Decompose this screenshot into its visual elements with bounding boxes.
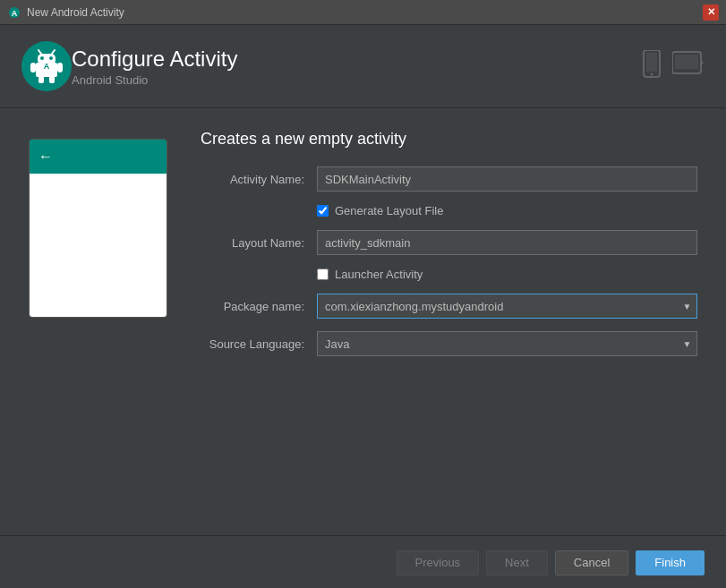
title-bar: A New Android Activity ✕ [0, 0, 726, 25]
source-language-row: Source Language: ▼ [201, 331, 697, 356]
svg-rect-9 [30, 63, 36, 72]
window-title: New Android Activity [27, 6, 703, 19]
launcher-activity-label[interactable]: Launcher Activity [335, 268, 423, 281]
form-area: Creates a new empty activity Activity Na… [201, 130, 697, 514]
android-logo: A [21, 41, 72, 91]
svg-text:A: A [44, 62, 50, 71]
source-language-input[interactable] [317, 331, 678, 356]
svg-point-5 [40, 56, 44, 60]
launcher-activity-checkbox[interactable] [317, 268, 329, 280]
activity-name-label: Activity Name: [201, 173, 317, 186]
close-button[interactable]: ✕ [703, 4, 719, 21]
device-icons [642, 50, 705, 82]
activity-name-input[interactable] [317, 166, 697, 192]
svg-rect-10 [57, 63, 63, 72]
previous-button[interactable]: Previous [397, 550, 480, 575]
svg-point-19 [701, 62, 704, 64]
generate-layout-label[interactable]: Generate Layout File [335, 204, 443, 217]
header-title: Configure Activity [72, 47, 237, 72]
source-language-field-group: ▼ [317, 331, 697, 356]
package-name-field-group: ▼ [317, 294, 697, 319]
source-language-dropdown-btn[interactable]: ▼ [678, 331, 697, 356]
main-content: ← Creates a new empty activity Activity … [0, 108, 726, 535]
cancel-button[interactable]: Cancel [555, 550, 628, 575]
layout-name-label: Layout Name: [201, 236, 317, 250]
header-text: Configure Activity Android Studio [72, 47, 237, 87]
layout-name-input[interactable] [317, 230, 697, 255]
svg-rect-15 [646, 53, 657, 72]
phone-mockup: ← [29, 139, 167, 318]
form-section-title: Creates a new empty activity [201, 130, 697, 149]
bottom-bar: Previous Next Cancel Finish [0, 535, 726, 588]
package-name-dropdown-btn[interactable]: ▼ [678, 294, 697, 319]
svg-point-6 [49, 56, 53, 60]
phone-body [30, 174, 167, 318]
header: A Configure Activity Android Studio [0, 25, 726, 108]
phone-preview: ← [29, 130, 172, 514]
phone-top-bar: ← [30, 140, 167, 174]
phone-back-arrow: ← [38, 149, 53, 165]
svg-point-16 [651, 73, 653, 76]
layout-name-row: Layout Name: [201, 230, 697, 255]
launcher-activity-row: Launcher Activity [317, 268, 697, 281]
package-name-input[interactable] [317, 294, 678, 319]
generate-layout-row: Generate Layout File [317, 204, 697, 217]
svg-text:A: A [12, 9, 18, 18]
svg-rect-11 [38, 76, 44, 83]
finish-button[interactable]: Finish [636, 550, 705, 575]
source-language-label: Source Language: [201, 337, 317, 351]
header-subtitle: Android Studio [72, 73, 237, 87]
svg-rect-18 [675, 55, 698, 69]
window-icon: A [7, 5, 21, 20]
package-name-row: Package name: ▼ [201, 294, 697, 319]
activity-name-row: Activity Name: [201, 166, 697, 192]
svg-rect-12 [49, 76, 55, 83]
generate-layout-checkbox[interactable] [317, 205, 329, 217]
package-name-label: Package name: [201, 300, 317, 313]
next-button[interactable]: Next [486, 550, 548, 575]
